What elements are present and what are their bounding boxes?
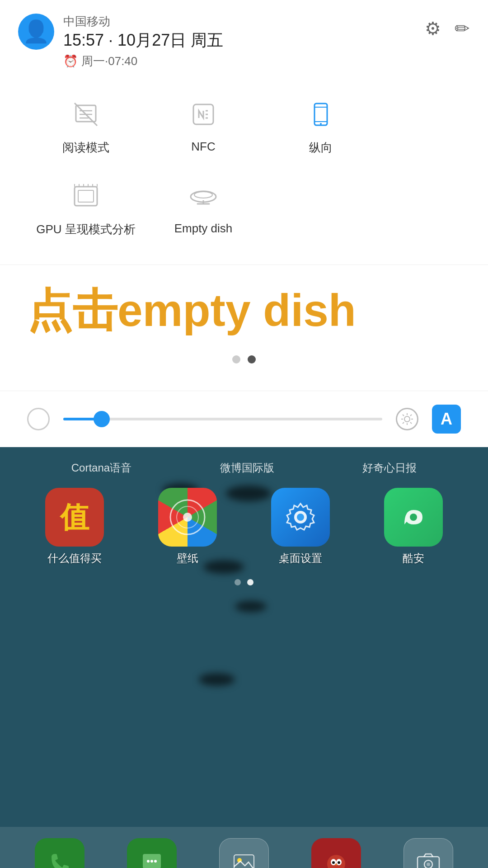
svg-line-30 [403,415,404,416]
datetime-label: 15:57 · 10月27日 周五 [63,29,223,52]
user-details: 中国移动 15:57 · 10月27日 周五 ⏰ 周一·07:40 [63,14,223,69]
qs-nfc[interactable]: NFC [145,87,262,165]
settings-button[interactable]: ⚙ [425,18,441,39]
wallpaper-label: 壁纸 [177,551,198,566]
home-dot-2[interactable] [247,579,253,585]
page-dots [27,355,461,363]
gallery-icon [230,849,258,868]
page-dot-2[interactable] [248,355,256,363]
user-info: 👤 中国移动 15:57 · 10月27日 周五 ⏰ 周一·07:40 [18,14,223,69]
user-icon: 👤 [23,19,50,44]
svg-point-48 [332,861,335,864]
camera-icon [415,849,442,868]
svg-line-33 [403,422,404,424]
nfc-icon [190,101,217,128]
zhide-label: 什么值得买 [47,551,102,566]
desktop-settings-label: 桌面设置 [279,551,322,566]
kuan-logo [395,499,432,535]
blob-4 [235,601,267,612]
header-icons: ⚙ ✏ [425,18,470,39]
dock-message[interactable] [127,838,177,868]
brightness-auto-button[interactable]: A [432,405,461,434]
dock-camera[interactable] [404,838,453,868]
empty-dish-icon-wrap [185,178,221,214]
qs-row-1: 阅读模式 NFC [27,87,461,165]
reading-mode-icon-wrap [68,96,104,132]
app-kuan[interactable]: 酷安 [368,488,459,566]
app-grid-row: 值 什么值得买 壁纸 桌面设置 [0,488,488,566]
brightness-area: A [0,391,488,447]
app-desktop-settings[interactable]: 桌面设置 [255,488,346,566]
qs-orientation[interactable]: 纵向 [262,87,380,165]
svg-line-31 [410,422,412,424]
brightness-slider[interactable] [63,418,382,420]
alarm-info: ⏰ 周一·07:40 [63,53,223,69]
svg-rect-14 [78,190,94,202]
desktop-settings-icon [271,488,330,547]
svg-point-41 [150,860,153,863]
nfc-icon-wrap [185,96,221,132]
dock-phone[interactable] [35,838,84,868]
qs-gpu-analysis[interactable]: GPU 呈现模式分析 [27,169,145,246]
orientation-icon [307,101,334,128]
nfc-label: NFC [191,140,215,154]
alarm-icon: ⏰ [63,54,78,68]
weibo-top-label: 微博国际版 [220,461,274,475]
svg-point-53 [427,863,430,866]
svg-rect-51 [418,857,439,868]
zhide-icon: 值 [45,488,104,547]
haochixin-top-label: 好奇心日报 [362,461,417,475]
dock-gallery[interactable] [219,838,269,868]
svg-point-40 [147,860,150,863]
cortana-logo [169,499,206,535]
homescreen: Cortana语音 微博国际版 好奇心日报 值 什么值得买 壁纸 [0,447,488,868]
cortana-top-label: Cortana语音 [71,461,131,475]
gpu-label: GPU 呈现模式分析 [36,222,136,237]
empty-dish-label: Empty dish [174,222,233,236]
orientation-icon-wrap [303,96,339,132]
angry-birds-icon [323,849,350,868]
app-zhide[interactable]: 值 什么值得买 [29,488,120,566]
page-dot-1[interactable] [232,355,240,363]
gear-icon [282,499,319,535]
qs-empty-dish[interactable]: Empty dish [145,169,262,246]
alarm-time: 周一·07:40 [81,53,137,69]
instruction-text: 点击empty dish [27,283,461,337]
svg-point-42 [154,860,157,863]
svg-point-36 [183,513,192,522]
svg-point-22 [194,192,212,198]
kuan-label: 酷安 [403,551,424,566]
dock [0,827,488,868]
avatar[interactable]: 👤 [18,14,54,50]
svg-point-38 [297,514,304,521]
gpu-icon [70,180,102,212]
reading-mode-icon [72,101,99,128]
orientation-label: 纵向 [309,140,333,156]
qs-row-2: GPU 呈现模式分析 Empty dish [27,169,461,246]
edit-button[interactable]: ✏ [455,18,470,39]
dock-game[interactable] [311,838,361,868]
svg-point-39 [410,514,417,521]
wallpaper-icon [158,488,217,547]
brightness-auto-label: A [441,410,452,429]
brightness-thumb[interactable] [94,411,110,427]
reading-mode-label: 阅读模式 [62,140,109,156]
qs-reading-mode[interactable]: 阅读模式 [27,87,145,165]
svg-point-49 [338,861,340,864]
home-dot-1[interactable] [235,579,241,585]
phone-icon [46,849,73,868]
empty-dish-icon [188,180,219,212]
brightness-max-icon [396,408,418,430]
carrier-label: 中国移动 [63,14,223,29]
quick-settings-panel: 阅读模式 NFC [0,78,488,265]
app-wallpaper[interactable]: 壁纸 [142,488,233,566]
homescreen-dots [0,579,488,585]
svg-line-32 [410,415,412,416]
gpu-icon-wrap [68,178,104,214]
blob-5 [199,673,235,686]
kuan-icon [384,488,443,547]
instruction-area: 点击empty dish [0,265,488,391]
message-icon [138,849,165,868]
brightness-min-icon [27,408,50,430]
svg-point-25 [404,416,410,422]
